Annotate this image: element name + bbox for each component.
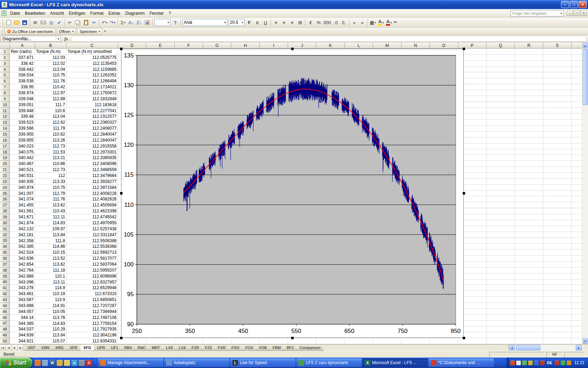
cell-b40[interactable]: 113.11	[35, 279, 66, 285]
cell-b1[interactable]: Torque (N.m)	[35, 49, 66, 55]
cell-m50[interactable]	[373, 338, 401, 344]
cell-s23[interactable]	[543, 179, 572, 185]
cell-a13[interactable]: 339.523	[10, 120, 35, 125]
cell-r18[interactable]	[515, 149, 543, 155]
cell-c35[interactable]: 112.5692713	[66, 250, 118, 255]
chevron-down-icon[interactable]: ▾	[390, 21, 392, 24]
cell-r26[interactable]	[515, 196, 543, 202]
cell-s48[interactable]	[543, 326, 572, 332]
cell-r11[interactable]	[515, 108, 543, 114]
name-box[interactable]: Diagrammfläc... ▾	[1, 36, 61, 42]
chevron-down-icon[interactable]: ▾	[382, 21, 384, 24]
cell-s13[interactable]	[543, 120, 572, 125]
fill-color-icon[interactable]: A▾	[377, 19, 385, 26]
scroll-down-icon[interactable]: ▼	[583, 338, 588, 344]
sheet-tab-xfg[interactable]: XFG	[80, 345, 94, 351]
cell-k50[interactable]	[316, 338, 345, 344]
chart-selection-handle[interactable]	[291, 48, 294, 50]
cell-a40[interactable]: 343.096	[10, 279, 35, 285]
cell-a34[interactable]: 342.385	[10, 244, 35, 250]
cell-c47[interactable]: 112.7759154	[66, 321, 118, 327]
increase-indent-icon[interactable]: »	[358, 19, 366, 26]
taskbar-button-arbeitsplatz[interactable]: Arbeitsplatz	[164, 359, 229, 367]
cell-q8[interactable]	[486, 90, 515, 96]
start-button[interactable]: Start	[0, 357, 32, 368]
align-center-icon[interactable]: ≡	[280, 19, 288, 26]
cell-q11[interactable]	[486, 108, 515, 114]
cell-s4[interactable]	[543, 67, 572, 73]
tray-icon[interactable]	[540, 361, 545, 365]
row-header-6[interactable]: 6	[0, 78, 10, 84]
cell-q37[interactable]	[486, 261, 515, 267]
cell-s44[interactable]	[543, 303, 572, 309]
chart-selection-handle[interactable]	[120, 192, 122, 195]
cell-b47[interactable]: 114.83	[35, 321, 66, 327]
cell-q15[interactable]	[486, 131, 515, 137]
cell-c6[interactable]: 112.1266494	[66, 78, 118, 84]
cell-r38[interactable]	[515, 267, 543, 273]
cell-b45[interactable]: 110.05	[35, 309, 66, 315]
cell-b5[interactable]: 110.75	[35, 72, 66, 78]
cell-c5[interactable]: 112.1262052	[66, 72, 118, 78]
cell-r48[interactable]	[515, 326, 543, 332]
cell-q34[interactable]	[486, 244, 515, 250]
cell-a5[interactable]: 338.534	[10, 72, 35, 78]
cell-c11[interactable]: 112.2277041	[66, 108, 118, 114]
cell-c25[interactable]: 112.4008228	[66, 191, 118, 197]
prev-sheet-button[interactable]: ◄	[6, 345, 12, 351]
sheet-tab-fo8[interactable]: FO8	[256, 345, 270, 351]
cell-i50[interactable]	[260, 338, 288, 344]
cell-c29[interactable]: 112.4745542	[66, 214, 118, 220]
cell-r14[interactable]	[515, 125, 543, 131]
row-header-20[interactable]: 20	[0, 161, 10, 167]
sheet-tab-rb4[interactable]: RB4	[121, 345, 135, 351]
cell-q9[interactable]	[486, 96, 515, 102]
cell-q13[interactable]	[486, 120, 515, 125]
cell-r50[interactable]	[515, 338, 543, 344]
row-header-5[interactable]: 5	[0, 72, 10, 78]
column-header-b[interactable]: B	[35, 42, 66, 49]
chevron-down-icon[interactable]: ▾	[560, 12, 562, 15]
cell-r4[interactable]	[515, 67, 543, 73]
cell-b22[interactable]: 112	[35, 173, 66, 179]
percent-icon[interactable]: %	[315, 19, 323, 26]
cell-s5[interactable]	[543, 72, 572, 78]
column-header-a[interactable]: A	[10, 42, 35, 49]
sheet-tab-fbm[interactable]: FBM	[270, 345, 284, 351]
insert-function-icon[interactable]: fx	[64, 36, 68, 42]
sheet-tab-rac[interactable]: RAC	[134, 345, 149, 351]
cell-r37[interactable]	[515, 261, 543, 267]
row-header-21[interactable]: 21	[0, 167, 10, 173]
paste-icon[interactable]	[82, 19, 90, 26]
cell-q45[interactable]	[486, 309, 515, 315]
cell-r22[interactable]	[515, 173, 543, 179]
cell-r16[interactable]	[515, 137, 543, 143]
cell-r24[interactable]	[515, 185, 543, 191]
zoom-combo[interactable]: ▾	[154, 19, 170, 26]
cell-c23[interactable]: 112.3928277	[66, 179, 118, 185]
cell-q10[interactable]	[486, 102, 515, 108]
row-header-3[interactable]: 3	[0, 61, 10, 67]
cell-s10[interactable]	[543, 102, 572, 108]
cell-n50[interactable]	[401, 338, 430, 344]
cell-b9[interactable]: 112.69	[35, 96, 66, 102]
cell-r42[interactable]	[515, 291, 543, 297]
cell-b16[interactable]: 113.26	[35, 137, 66, 143]
cell-a48[interactable]: 344.537	[10, 326, 35, 332]
row-header-29[interactable]: 29	[0, 214, 10, 220]
sort-descending-icon[interactable]: Z↓	[135, 19, 143, 26]
cell-q16[interactable]	[486, 137, 515, 143]
menu-fenster[interactable]: Fenster	[147, 10, 166, 17]
help-icon[interactable]: ?	[171, 19, 179, 26]
menu-help[interactable]: ?	[166, 10, 174, 17]
cell-r15[interactable]	[515, 131, 543, 137]
cell-q25[interactable]	[486, 191, 515, 197]
cell-r32[interactable]	[515, 232, 543, 238]
row-header-36[interactable]: 36	[0, 255, 10, 261]
quicklaunch-opera[interactable]: O	[86, 360, 92, 366]
cell-c48[interactable]: 112.7927935	[66, 326, 118, 332]
save-icon[interactable]	[21, 19, 29, 26]
cell-b23[interactable]: 113.33	[35, 179, 66, 185]
cell-a20[interactable]: 340.467	[10, 161, 35, 167]
cell-c45[interactable]: 112.7394944	[66, 309, 118, 315]
